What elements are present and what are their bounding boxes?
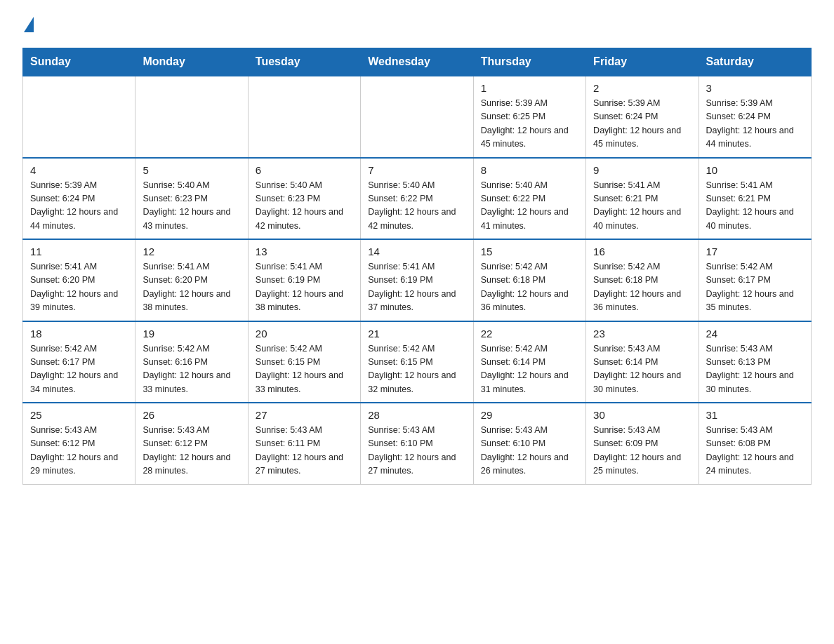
day-info: Sunrise: 5:42 AM Sunset: 6:14 PM Dayligh…: [481, 342, 578, 397]
day-number: 19: [143, 328, 240, 340]
calendar-table: SundayMondayTuesdayWednesdayThursdayFrid…: [22, 48, 812, 485]
day-number: 23: [593, 328, 691, 340]
day-number: 17: [706, 246, 804, 257]
day-info: Sunrise: 5:42 AM Sunset: 6:16 PM Dayligh…: [143, 342, 240, 397]
calendar-header-friday: Friday: [586, 48, 699, 76]
calendar-cell: 13Sunrise: 5:41 AM Sunset: 6:19 PM Dayli…: [248, 239, 360, 321]
calendar-cell: 9Sunrise: 5:41 AM Sunset: 6:21 PM Daylig…: [586, 158, 699, 240]
day-info: Sunrise: 5:41 AM Sunset: 6:19 PM Dayligh…: [368, 260, 465, 315]
day-info: Sunrise: 5:41 AM Sunset: 6:20 PM Dayligh…: [143, 260, 240, 315]
day-number: 8: [481, 164, 578, 176]
calendar-cell: 30Sunrise: 5:43 AM Sunset: 6:09 PM Dayli…: [586, 403, 699, 484]
day-number: 4: [30, 164, 128, 176]
calendar-cell: 1Sunrise: 5:39 AM Sunset: 6:25 PM Daylig…: [473, 76, 585, 158]
day-number: 21: [368, 328, 465, 340]
calendar-header-saturday: Saturday: [699, 48, 811, 76]
calendar-cell: 23Sunrise: 5:43 AM Sunset: 6:14 PM Dayli…: [586, 321, 699, 403]
day-number: 26: [143, 409, 240, 421]
calendar-week-row: 18Sunrise: 5:42 AM Sunset: 6:17 PM Dayli…: [23, 321, 812, 403]
day-info: Sunrise: 5:40 AM Sunset: 6:22 PM Dayligh…: [368, 179, 465, 234]
calendar-cell: 15Sunrise: 5:42 AM Sunset: 6:18 PM Dayli…: [473, 239, 585, 321]
calendar-cell: 12Sunrise: 5:41 AM Sunset: 6:20 PM Dayli…: [135, 239, 248, 321]
day-number: 10: [706, 164, 804, 176]
day-number: 31: [706, 409, 804, 421]
day-number: 15: [481, 246, 578, 257]
logo: [22, 17, 34, 35]
day-number: 11: [30, 246, 128, 257]
calendar-week-row: 4Sunrise: 5:39 AM Sunset: 6:24 PM Daylig…: [23, 158, 812, 240]
day-info: Sunrise: 5:42 AM Sunset: 6:18 PM Dayligh…: [481, 260, 578, 315]
calendar-cell: 27Sunrise: 5:43 AM Sunset: 6:11 PM Dayli…: [248, 403, 360, 484]
day-number: 12: [143, 246, 240, 257]
day-number: 6: [256, 164, 353, 176]
day-number: 29: [481, 409, 578, 421]
calendar-header-sunday: Sunday: [23, 48, 135, 76]
day-info: Sunrise: 5:43 AM Sunset: 6:12 PM Dayligh…: [143, 424, 240, 478]
calendar-cell: 25Sunrise: 5:43 AM Sunset: 6:12 PM Dayli…: [23, 403, 135, 484]
calendar-header-thursday: Thursday: [473, 48, 585, 76]
calendar-cell: 2Sunrise: 5:39 AM Sunset: 6:24 PM Daylig…: [586, 76, 699, 158]
calendar-cell: [23, 76, 135, 158]
day-info: Sunrise: 5:43 AM Sunset: 6:10 PM Dayligh…: [368, 424, 465, 478]
day-info: Sunrise: 5:39 AM Sunset: 6:24 PM Dayligh…: [593, 97, 691, 152]
calendar-cell: 28Sunrise: 5:43 AM Sunset: 6:10 PM Dayli…: [361, 403, 473, 484]
calendar-cell: [135, 76, 248, 158]
day-number: 5: [143, 164, 240, 176]
day-number: 28: [368, 409, 465, 421]
calendar-header-tuesday: Tuesday: [248, 48, 360, 76]
day-info: Sunrise: 5:39 AM Sunset: 6:25 PM Dayligh…: [481, 97, 578, 152]
day-info: Sunrise: 5:42 AM Sunset: 6:15 PM Dayligh…: [368, 342, 465, 397]
day-info: Sunrise: 5:41 AM Sunset: 6:21 PM Dayligh…: [593, 179, 691, 234]
calendar-cell: 29Sunrise: 5:43 AM Sunset: 6:10 PM Dayli…: [473, 403, 585, 484]
day-info: Sunrise: 5:39 AM Sunset: 6:24 PM Dayligh…: [706, 97, 804, 152]
calendar-cell: 3Sunrise: 5:39 AM Sunset: 6:24 PM Daylig…: [699, 76, 811, 158]
calendar-cell: 5Sunrise: 5:40 AM Sunset: 6:23 PM Daylig…: [135, 158, 248, 240]
day-info: Sunrise: 5:43 AM Sunset: 6:11 PM Dayligh…: [256, 424, 353, 478]
day-number: 16: [593, 246, 691, 257]
day-info: Sunrise: 5:42 AM Sunset: 6:18 PM Dayligh…: [593, 260, 691, 315]
day-number: 30: [593, 409, 691, 421]
day-number: 2: [593, 82, 691, 94]
calendar-cell: 24Sunrise: 5:43 AM Sunset: 6:13 PM Dayli…: [699, 321, 811, 403]
calendar-cell: 20Sunrise: 5:42 AM Sunset: 6:15 PM Dayli…: [248, 321, 360, 403]
calendar-header-monday: Monday: [135, 48, 248, 76]
calendar-week-row: 25Sunrise: 5:43 AM Sunset: 6:12 PM Dayli…: [23, 403, 812, 484]
calendar-cell: 10Sunrise: 5:41 AM Sunset: 6:21 PM Dayli…: [699, 158, 811, 240]
day-number: 24: [706, 328, 804, 340]
day-info: Sunrise: 5:41 AM Sunset: 6:21 PM Dayligh…: [706, 179, 804, 234]
calendar-header-wednesday: Wednesday: [361, 48, 473, 76]
calendar-cell: 8Sunrise: 5:40 AM Sunset: 6:22 PM Daylig…: [473, 158, 585, 240]
calendar-week-row: 11Sunrise: 5:41 AM Sunset: 6:20 PM Dayli…: [23, 239, 812, 321]
calendar-cell: [361, 76, 473, 158]
day-info: Sunrise: 5:42 AM Sunset: 6:17 PM Dayligh…: [706, 260, 804, 315]
day-info: Sunrise: 5:43 AM Sunset: 6:12 PM Dayligh…: [30, 424, 128, 478]
day-number: 9: [593, 164, 691, 176]
calendar-cell: 17Sunrise: 5:42 AM Sunset: 6:17 PM Dayli…: [699, 239, 811, 321]
day-number: 14: [368, 246, 465, 257]
day-number: 18: [30, 328, 128, 340]
calendar-cell: 14Sunrise: 5:41 AM Sunset: 6:19 PM Dayli…: [361, 239, 473, 321]
calendar-header-row: SundayMondayTuesdayWednesdayThursdayFrid…: [23, 48, 812, 76]
calendar-week-row: 1Sunrise: 5:39 AM Sunset: 6:25 PM Daylig…: [23, 76, 812, 158]
day-info: Sunrise: 5:42 AM Sunset: 6:17 PM Dayligh…: [30, 342, 128, 397]
day-number: 3: [706, 82, 804, 94]
day-info: Sunrise: 5:43 AM Sunset: 6:14 PM Dayligh…: [593, 342, 691, 397]
calendar-cell: [248, 76, 360, 158]
day-info: Sunrise: 5:43 AM Sunset: 6:09 PM Dayligh…: [593, 424, 691, 478]
day-number: 25: [30, 409, 128, 421]
calendar-cell: 11Sunrise: 5:41 AM Sunset: 6:20 PM Dayli…: [23, 239, 135, 321]
day-info: Sunrise: 5:39 AM Sunset: 6:24 PM Dayligh…: [30, 179, 128, 234]
day-number: 13: [256, 246, 353, 257]
day-info: Sunrise: 5:40 AM Sunset: 6:22 PM Dayligh…: [481, 179, 578, 234]
day-number: 20: [256, 328, 353, 340]
day-info: Sunrise: 5:43 AM Sunset: 6:13 PM Dayligh…: [706, 342, 804, 397]
day-info: Sunrise: 5:43 AM Sunset: 6:10 PM Dayligh…: [481, 424, 578, 478]
day-number: 22: [481, 328, 578, 340]
page-header: [22, 17, 812, 35]
calendar-cell: 6Sunrise: 5:40 AM Sunset: 6:23 PM Daylig…: [248, 158, 360, 240]
day-info: Sunrise: 5:41 AM Sunset: 6:20 PM Dayligh…: [30, 260, 128, 315]
calendar-cell: 26Sunrise: 5:43 AM Sunset: 6:12 PM Dayli…: [135, 403, 248, 484]
day-info: Sunrise: 5:41 AM Sunset: 6:19 PM Dayligh…: [256, 260, 353, 315]
calendar-cell: 21Sunrise: 5:42 AM Sunset: 6:15 PM Dayli…: [361, 321, 473, 403]
calendar-cell: 18Sunrise: 5:42 AM Sunset: 6:17 PM Dayli…: [23, 321, 135, 403]
